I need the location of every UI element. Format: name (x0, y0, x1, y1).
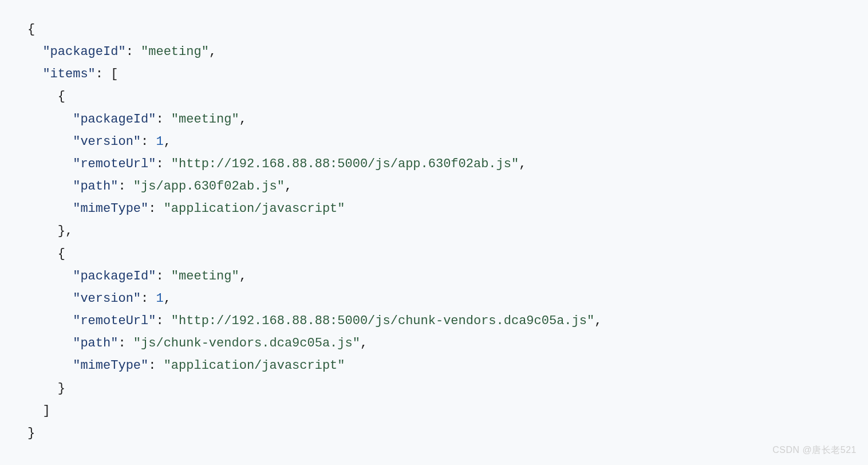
json-key: "mimeType" (73, 358, 148, 373)
json-key: "remoteUrl" (73, 157, 156, 171)
json-string: "meeting" (171, 269, 239, 283)
json-string: "meeting" (141, 45, 209, 59)
brace-open: { (58, 247, 65, 261)
json-key: "remoteUrl" (73, 314, 156, 328)
json-key: "path" (73, 179, 118, 194)
brace-open: { (58, 89, 65, 104)
json-key: "version" (73, 135, 141, 149)
json-key: "mimeType" (73, 202, 148, 216)
json-string: "http://192.168.88.88:5000/js/app.630f02… (171, 157, 519, 171)
json-key: "items" (42, 67, 95, 81)
json-string: "application/javascript" (164, 358, 345, 373)
json-string: "http://192.168.88.88:5000/js/chunk-vend… (171, 314, 594, 328)
watermark-text: CSDN @唐长老521 (772, 442, 857, 458)
json-key: "packageId" (73, 112, 156, 127)
brace-close: } (27, 426, 35, 440)
json-string: "js/app.630f02ab.js" (133, 179, 285, 194)
json-code-block: { "packageId": "meeting", "items": [ { "… (27, 18, 841, 444)
brace-open: { (27, 22, 35, 37)
json-number: 1 (156, 291, 163, 306)
json-string: "meeting" (171, 112, 239, 127)
json-string: "application/javascript" (164, 202, 345, 216)
json-key: "packageId" (73, 269, 156, 283)
json-key: "path" (73, 336, 118, 350)
brace-close: }, (58, 224, 73, 238)
brace-close: } (58, 381, 65, 396)
json-key: "packageId" (42, 45, 125, 59)
json-string: "js/chunk-vendors.dca9c05a.js" (133, 336, 360, 350)
json-number: 1 (156, 135, 163, 149)
json-key: "version" (73, 291, 141, 306)
bracket-close: ] (42, 404, 50, 418)
